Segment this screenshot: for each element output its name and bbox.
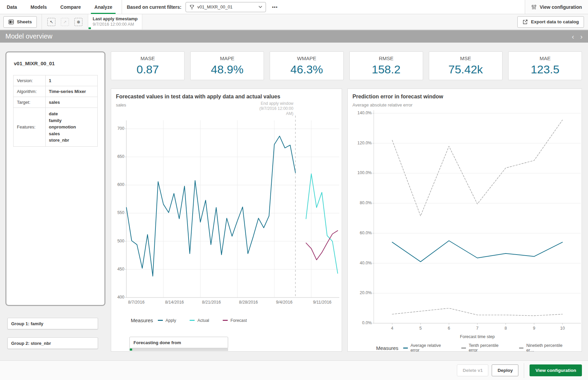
legend-label: Apply: [166, 318, 176, 323]
end-apply-window-annotation: End apply window(9/7/2016 12:00:00AM): [239, 101, 293, 116]
feature-item: store_nbr: [49, 137, 94, 144]
view-configuration-top-button[interactable]: View configuration: [525, 0, 588, 14]
legend-label: Actual: [197, 318, 209, 323]
forecast-legend: MeasuresApplyActualForecast: [131, 317, 261, 323]
legend-item[interactable]: Apply: [158, 318, 176, 323]
legend-swatch: [403, 348, 408, 349]
forecasting-done-from-control[interactable]: Forecasting done from: [129, 337, 228, 348]
timestamp-progress-indicator: [89, 27, 91, 29]
legend-label: Ninetieth percentile er…: [526, 343, 568, 353]
kpi-value: 123.5: [531, 63, 559, 76]
error-chart-panel: Prediction error in forecast window Aver…: [347, 89, 582, 352]
y-axis-tick: 60.0%: [353, 231, 372, 235]
last-apply-timestamp: Last apply timestamp 9/7/2016 12:00:00 A…: [88, 14, 142, 29]
group-2-header[interactable]: Group 2: store_nbr: [7, 337, 98, 349]
legend-label: Average relative error: [411, 343, 448, 353]
series-apply: [126, 136, 295, 276]
table-row: Algorithm: Time-series Mixer: [14, 86, 98, 97]
feature-item: family: [49, 117, 94, 124]
kpi-label: RMSE: [379, 55, 393, 61]
version-label: Version:: [14, 75, 46, 86]
x-axis-tick: 6: [441, 326, 458, 331]
y-axis-tick: 20.0%: [353, 290, 372, 295]
target-label: Target:: [14, 97, 46, 108]
legend-swatch: [223, 320, 228, 321]
deploy-button[interactable]: Deploy: [492, 364, 518, 376]
redo-selection-button[interactable]: ↗: [61, 18, 69, 26]
y-axis-tick: 600: [106, 182, 124, 187]
forecast-range-scrollbar[interactable]: [129, 348, 228, 351]
legend-item[interactable]: Tenth percentile error: [461, 343, 506, 353]
chevron-down-icon: [259, 6, 262, 8]
y-axis-tick: 140.0%: [353, 111, 372, 115]
footer-action-bar: Delete v1 Deploy View configuration: [0, 360, 588, 380]
next-sheet-chevron[interactable]: ›: [580, 33, 583, 40]
legend-swatch: [158, 320, 163, 321]
kpi-mape: MAPE 48.9%: [190, 51, 264, 80]
error-chart-subtitle: Average absolute relative error: [352, 102, 413, 108]
legend-title: Measures: [376, 345, 398, 351]
version-value: 1: [45, 75, 97, 86]
tab-data[interactable]: Data: [0, 0, 24, 14]
x-axis-tick: 8/7/2016: [128, 300, 145, 305]
legend-item[interactable]: Ninetieth percentile er…: [519, 343, 568, 353]
filters-label: Based on current filters:: [127, 0, 181, 14]
y-axis-tick: 0.0%: [353, 320, 372, 325]
more-options-button[interactable]: •••: [269, 3, 280, 11]
y-axis-tick: 650: [106, 154, 124, 159]
features-value: date family onpromotion sales store_nbr: [45, 108, 97, 147]
x-axis-tick: 9/11/2016: [313, 300, 332, 305]
tab-analyze[interactable]: Analyze: [88, 0, 119, 14]
sheets-button[interactable]: Sheets: [3, 16, 37, 28]
tab-compare[interactable]: Compare: [54, 0, 88, 14]
algorithm-value: Time-series Mixer: [45, 86, 97, 97]
forecast-range-thumb[interactable]: [130, 349, 132, 351]
toolbar: Sheets ↖ ↗ ⊗ Last apply timestamp 9/7/20…: [0, 14, 588, 30]
export-data-button[interactable]: Export data to catalog: [517, 16, 584, 28]
error-legend: MeasuresAverage relative errorTenth perc…: [376, 343, 582, 353]
kpi-mse: MSE 75.42k: [429, 51, 503, 80]
y-axis-tick: 40.0%: [353, 261, 372, 265]
table-row: Features: date family onpromotion sales …: [14, 108, 98, 147]
x-axis-tick: 5: [412, 326, 429, 331]
legend-swatch: [190, 320, 195, 321]
kpi-mae: MAE 123.5: [508, 51, 582, 80]
undo-selection-button[interactable]: ↖: [47, 18, 55, 26]
page-title: Model overview: [5, 32, 52, 40]
prev-sheet-chevron[interactable]: ‹: [572, 33, 574, 40]
legend-item[interactable]: Average relative error: [403, 343, 448, 353]
forecast-chart-title: Forecasted values in test data with appl…: [116, 94, 280, 100]
legend-item[interactable]: Actual: [190, 318, 209, 323]
prediction-error-chart[interactable]: [374, 110, 581, 323]
model-selector-value: v01_MIXR_00_01: [197, 4, 256, 9]
clear-selections-button[interactable]: ⊗: [74, 18, 82, 26]
forecast-chart-body: Forecasted values in test data with appl…: [111, 89, 342, 351]
y-axis-tick: 400: [106, 295, 124, 300]
kpi-rmse: RMSE 158.2: [349, 51, 423, 80]
y-axis-tick: 100.0%: [353, 170, 372, 175]
metric-cards-row: MASE 0.87 MAPE 48.9% WMAPE 46.3% RMSE 15…: [111, 51, 582, 80]
view-configuration-button[interactable]: View configuration: [530, 364, 582, 376]
legend-item[interactable]: Forecast: [223, 318, 247, 323]
tab-models[interactable]: Models: [24, 0, 53, 14]
nav-divider: [122, 0, 122, 14]
y-axis-tick: 700: [106, 126, 124, 131]
forecast-values-chart[interactable]: [126, 120, 339, 298]
group-1-header[interactable]: Group 1: family: [7, 318, 98, 329]
legend-swatch: [519, 348, 524, 349]
y-axis-tick: 450: [106, 267, 124, 271]
last-apply-timestamp-label: Last apply timestamp: [93, 16, 138, 21]
x-axis-tick: 10: [554, 326, 571, 331]
forecast-chart-panel: Forecasted values in test data with appl…: [111, 89, 342, 352]
toolbar-divider: [42, 14, 42, 29]
model-selector-dropdown[interactable]: v01_MIXR_00_01: [186, 2, 266, 12]
footer-divider: [524, 363, 524, 378]
features-label: Features:: [14, 108, 46, 147]
automl-analyze-app: Data Models Compare Analyze Based on cur…: [0, 0, 588, 380]
kpi-wmape: WMAPE 46.3%: [270, 51, 343, 80]
delete-version-button: Delete v1: [457, 364, 488, 376]
error-chart-body: Prediction error in forecast window Aver…: [348, 89, 582, 351]
x-axis-tick: 8/21/2016: [202, 300, 221, 305]
x-axis-tick: 4: [384, 326, 401, 331]
error-chart-x-axis-title: Forecast time step: [374, 334, 581, 339]
